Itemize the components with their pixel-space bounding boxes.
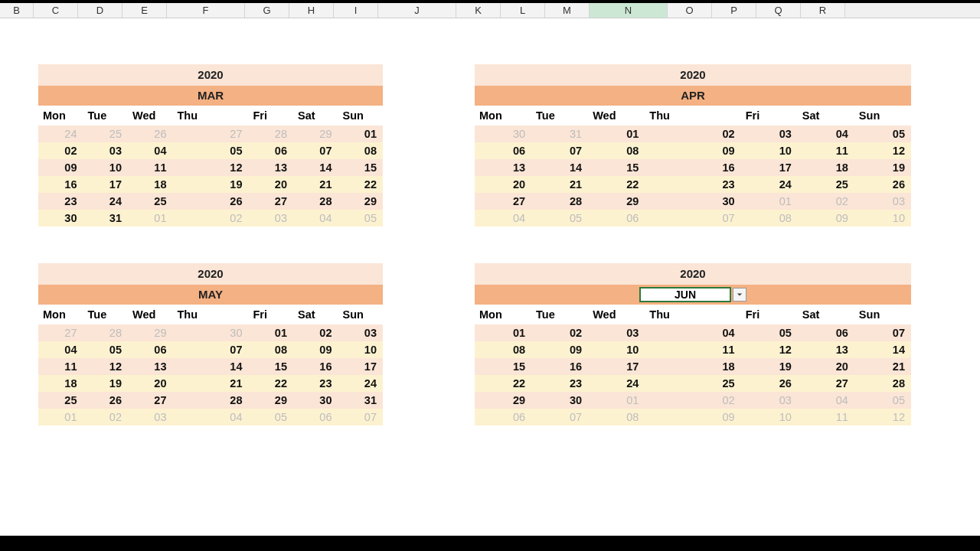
calendar-day[interactable]: 03 — [83, 142, 129, 159]
calendar-day[interactable]: 21 — [531, 176, 588, 193]
calendar-day[interactable]: 07 — [531, 409, 588, 425]
calendar-day[interactable]: 25 — [645, 375, 740, 392]
calendar-day[interactable]: 12 — [741, 341, 798, 358]
month-select-cell[interactable]: JUN — [639, 287, 731, 302]
calendar-day[interactable]: 06 — [798, 324, 854, 341]
calendar-day[interactable]: 23 — [645, 176, 740, 193]
calendar-day[interactable]: 16 — [293, 358, 338, 375]
calendar-day[interactable]: 06 — [475, 409, 531, 425]
calendar-day[interactable]: 09 — [645, 409, 740, 425]
calendar-day[interactable]: 26 — [128, 126, 173, 142]
calendar-day[interactable]: 14 — [173, 358, 249, 375]
column-header-H[interactable]: H — [289, 3, 334, 18]
calendar-day[interactable]: 31 — [531, 126, 588, 142]
calendar-day[interactable]: 25 — [798, 176, 854, 193]
calendar-day[interactable]: 29 — [475, 392, 531, 409]
calendar-day[interactable]: 14 — [531, 159, 588, 176]
calendar-day[interactable]: 25 — [83, 126, 129, 142]
column-header-B[interactable]: B — [0, 3, 34, 18]
calendar-day[interactable]: 04 — [173, 409, 249, 425]
calendar-day[interactable]: 31 — [83, 210, 129, 227]
calendar-day[interactable]: 15 — [588, 159, 645, 176]
column-header-L[interactable]: L — [501, 3, 545, 18]
calendar-day[interactable]: 13 — [249, 159, 294, 176]
calendar-day[interactable]: 20 — [798, 358, 854, 375]
calendar-day[interactable]: 27 — [249, 193, 294, 210]
calendar-day[interactable]: 08 — [338, 142, 384, 159]
calendar-day[interactable]: 04 — [475, 210, 531, 227]
column-header-M[interactable]: M — [545, 3, 590, 18]
calendar-day[interactable]: 28 — [854, 375, 911, 392]
calendar-day[interactable]: 29 — [249, 392, 294, 409]
calendar-day[interactable]: 03 — [741, 392, 798, 409]
calendar-day[interactable]: 05 — [83, 341, 129, 358]
calendar-day[interactable]: 08 — [249, 341, 294, 358]
calendar-day[interactable]: 24 — [741, 176, 798, 193]
calendar-day[interactable]: 15 — [475, 358, 531, 375]
calendar-day[interactable]: 07 — [293, 142, 338, 159]
calendar-day[interactable]: 19 — [173, 176, 249, 193]
column-header-J[interactable]: J — [378, 3, 456, 18]
calendar-day[interactable]: 02 — [645, 392, 740, 409]
calendar-day[interactable]: 11 — [798, 409, 854, 425]
calendar-day[interactable]: 09 — [293, 341, 338, 358]
calendar-day[interactable]: 26 — [173, 193, 249, 210]
calendar-day[interactable]: 28 — [83, 324, 129, 341]
calendar-day[interactable]: 04 — [798, 126, 854, 142]
calendar-day[interactable]: 04 — [38, 341, 83, 358]
calendar-day[interactable]: 03 — [128, 409, 173, 425]
calendar-day[interactable]: 10 — [588, 341, 645, 358]
calendar-day[interactable]: 03 — [338, 324, 384, 341]
calendar-day[interactable]: 05 — [531, 210, 588, 227]
calendar-day[interactable]: 17 — [588, 358, 645, 375]
calendar-day[interactable]: 17 — [741, 159, 798, 176]
calendar-day[interactable]: 24 — [38, 126, 83, 142]
calendar-day[interactable]: 26 — [83, 392, 129, 409]
calendar-day[interactable]: 10 — [741, 409, 798, 425]
calendar-day[interactable]: 11 — [38, 358, 83, 375]
calendar-day[interactable]: 01 — [128, 210, 173, 227]
calendar-day[interactable]: 21 — [854, 358, 911, 375]
calendar-day[interactable]: 25 — [38, 392, 83, 409]
calendar-day[interactable]: 08 — [588, 409, 645, 425]
calendar-day[interactable]: 23 — [531, 375, 588, 392]
column-header-Q[interactable]: Q — [756, 3, 801, 18]
calendar-day[interactable]: 05 — [249, 409, 294, 425]
calendar-day[interactable]: 06 — [588, 210, 645, 227]
calendar-day[interactable]: 18 — [38, 375, 83, 392]
calendar-day[interactable]: 22 — [588, 176, 645, 193]
calendar-day[interactable]: 02 — [83, 409, 129, 425]
calendar-day[interactable]: 03 — [588, 324, 645, 341]
calendar-day[interactable]: 02 — [798, 193, 854, 210]
calendar-day[interactable]: 23 — [293, 375, 338, 392]
calendar-day[interactable]: 28 — [249, 126, 294, 142]
calendar-day[interactable]: 30 — [645, 193, 740, 210]
calendar-day[interactable]: 06 — [293, 409, 338, 425]
calendar-day[interactable]: 27 — [128, 392, 173, 409]
calendar-day[interactable]: 01 — [249, 324, 294, 341]
calendar-day[interactable]: 07 — [338, 409, 384, 425]
calendar-day[interactable]: 31 — [338, 392, 384, 409]
calendar-day[interactable]: 06 — [128, 341, 173, 358]
column-header-P[interactable]: P — [712, 3, 756, 18]
calendar-day[interactable]: 24 — [83, 193, 129, 210]
calendar-day[interactable]: 09 — [645, 142, 740, 159]
calendar-day[interactable]: 04 — [798, 392, 854, 409]
calendar-day[interactable]: 01 — [588, 126, 645, 142]
calendar-day[interactable]: 04 — [128, 142, 173, 159]
calendar-day[interactable]: 02 — [173, 210, 249, 227]
calendar-day[interactable]: 30 — [293, 392, 338, 409]
calendar-day[interactable]: 05 — [173, 142, 249, 159]
calendar-day[interactable]: 27 — [173, 126, 249, 142]
calendar-day[interactable]: 10 — [854, 210, 911, 227]
calendar-day[interactable]: 30 — [38, 210, 83, 227]
calendar-day[interactable]: 16 — [645, 159, 740, 176]
calendar-day[interactable]: 13 — [128, 358, 173, 375]
calendar-day[interactable]: 07 — [173, 341, 249, 358]
calendar-day[interactable]: 12 — [83, 358, 129, 375]
calendar-day[interactable]: 28 — [293, 193, 338, 210]
calendar-day[interactable]: 01 — [741, 193, 798, 210]
dropdown-icon[interactable] — [733, 288, 746, 302]
calendar-day[interactable]: 27 — [38, 324, 83, 341]
calendar-day[interactable]: 02 — [38, 142, 83, 159]
